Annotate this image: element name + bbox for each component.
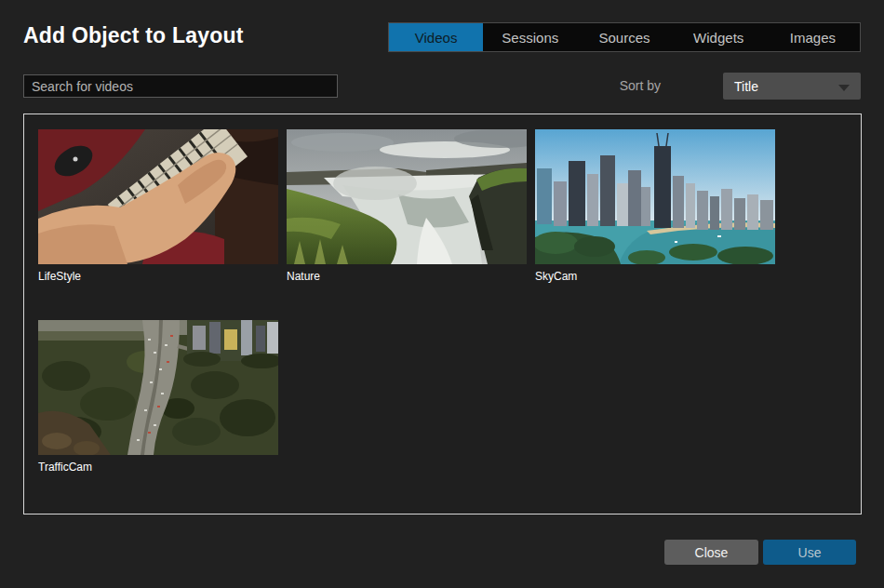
tab-sources[interactable]: Sources: [577, 23, 671, 51]
trafficcam-thumbnail aerial-freeway-image[interactable]: [38, 320, 278, 455]
video-card-trafficcam[interactable]: TrafficCam: [38, 320, 278, 475]
video-title: TrafficCam: [38, 461, 278, 474]
nature-thumbnail waterfall-image[interactable]: [287, 129, 527, 264]
skycam-thumbnail city-skyline-image[interactable]: [535, 129, 775, 264]
video-grid: LifeStyle: [23, 114, 862, 514]
use-button[interactable]: Use: [763, 540, 856, 565]
close-button[interactable]: Close: [664, 540, 758, 565]
video-title: SkyCam: [535, 270, 775, 283]
video-title: Nature: [287, 270, 527, 283]
search-input[interactable]: [23, 74, 338, 98]
tab-sessions[interactable]: Sessions: [483, 23, 577, 51]
tab-widgets[interactable]: Widgets: [672, 23, 766, 51]
lifestyle-thumbnail guitar-closeup-image[interactable]: [38, 129, 278, 264]
sort-dropdown-value: Title: [734, 79, 758, 94]
dialog-title: Add Object to Layout: [23, 23, 244, 48]
chevron-down-icon: [838, 85, 850, 91]
video-card-lifestyle[interactable]: LifeStyle: [38, 129, 278, 285]
sort-by-label: Sort by: [591, 78, 661, 93]
video-card-nature[interactable]: Nature: [287, 129, 527, 285]
tab-images[interactable]: Images: [766, 23, 860, 51]
add-object-dialog: Add Object to Layout Videos Sessions Sou…: [0, 0, 884, 588]
sort-dropdown[interactable]: Title: [723, 73, 861, 100]
video-card-skycam[interactable]: SkyCam: [535, 129, 775, 285]
video-title: LifeStyle: [38, 270, 278, 283]
object-type-tabbar: Videos Sessions Sources Widgets Images: [388, 22, 861, 52]
tab-videos[interactable]: Videos: [389, 23, 483, 51]
